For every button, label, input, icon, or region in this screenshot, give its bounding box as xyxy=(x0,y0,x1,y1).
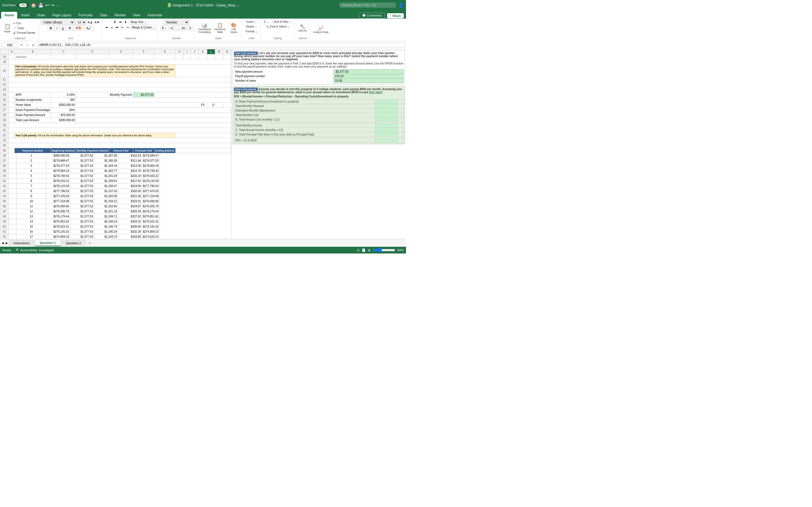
align-bottom-button[interactable]: ⬇ xyxy=(123,20,128,24)
cell-b20-merged[interactable]: Part 2 (15 points): Fill out the informa… xyxy=(15,64,175,77)
col-header-e[interactable]: E xyxy=(109,49,133,54)
cell-d51[interactable]: $1,577.53 xyxy=(70,229,94,234)
cell-f52[interactable]: $333.80 xyxy=(118,234,142,239)
delete-cells-button[interactable]: Delete ⌄ xyxy=(245,24,258,29)
roi-row-a-value[interactable] xyxy=(375,100,398,104)
profile-icon[interactable]: 👤 xyxy=(398,3,404,8)
cell-b43[interactable]: 8 xyxy=(17,189,46,194)
cell-c47[interactable]: $276,505.79 xyxy=(46,209,70,214)
cell-e49[interactable]: $1,248.23 xyxy=(94,219,118,224)
format-as-table-button[interactable]: 📋 Format as Table xyxy=(213,20,227,36)
cell-b47[interactable]: 12 xyxy=(17,209,46,214)
col-header-l[interactable]: L xyxy=(207,49,215,54)
cell-m18[interactable] xyxy=(215,54,223,59)
cell-c51[interactable]: $275,191.52 xyxy=(46,229,70,234)
cell-b50[interactable]: 15 xyxy=(17,224,46,229)
cell-e40[interactable]: $1,261.34 xyxy=(94,173,118,179)
cell-g45[interactable]: $276,830.66 xyxy=(142,199,160,204)
cell-e52[interactable]: $1,243.73 xyxy=(94,234,118,239)
page-break-view-icon[interactable]: ⊞ xyxy=(368,248,370,252)
cell-b35[interactable]: Payment Number xyxy=(15,148,51,153)
cell-b52[interactable]: 17 xyxy=(17,234,46,239)
cell-c25[interactable]: 360 xyxy=(51,98,76,103)
payoff-payment-value[interactable]: 276.32 xyxy=(334,74,403,78)
tab-view[interactable]: View xyxy=(130,12,144,18)
share-button[interactable]: ↑ Share xyxy=(387,13,404,18)
col-header-f[interactable]: F xyxy=(133,49,154,54)
name-box[interactable] xyxy=(1,43,18,47)
cell-e39[interactable]: $1,262.77 xyxy=(94,168,118,173)
cell-f36[interactable]: $310.53 xyxy=(118,153,142,158)
currency-button[interactable]: $ ⌄ xyxy=(160,25,168,31)
total-annual-cost-value[interactable] xyxy=(375,117,398,122)
underline-button[interactable]: U xyxy=(60,25,66,31)
cell-f40[interactable]: $316.19 xyxy=(118,173,142,179)
cell-g40[interactable]: $278,433.22 xyxy=(142,173,160,179)
col-header-a[interactable]: A xyxy=(9,49,15,54)
cell-d36[interactable]: $1,577.53 xyxy=(70,153,94,158)
sheet-tab-question1[interactable]: Question 1 xyxy=(35,240,61,246)
cell-d50[interactable]: $1,577.53 xyxy=(70,224,94,229)
cell-d39[interactable]: $1,577.53 xyxy=(70,168,94,173)
cell-d49[interactable]: $1,577.53 xyxy=(70,219,94,224)
align-center-button[interactable]: ≡ xyxy=(110,25,114,30)
cell-n26[interactable] xyxy=(215,103,223,108)
cell-g47[interactable]: $276,179.44 xyxy=(142,209,160,214)
cell-l18[interactable] xyxy=(207,54,215,59)
cell-m26[interactable]: 0 xyxy=(207,103,215,108)
cell-e47[interactable]: $1,251.19 xyxy=(94,209,118,214)
more-icon[interactable]: ··· xyxy=(56,3,59,7)
page-layout-view-icon[interactable]: 📄 xyxy=(362,248,366,252)
cell-e38[interactable]: $1,264.18 xyxy=(94,163,118,168)
tab-formulas[interactable]: Formulas xyxy=(75,12,96,18)
cell-c39[interactable]: $279,064.18 xyxy=(46,168,70,173)
cell-c49[interactable]: $275,851.62 xyxy=(46,219,70,224)
cell-c50[interactable]: $275,522.31 xyxy=(46,224,70,229)
merge-center-button[interactable]: Merge & Center ⌄ xyxy=(131,25,156,30)
comments-button[interactable]: 💬 Comments xyxy=(359,13,385,18)
align-middle-button[interactable]: ➡ xyxy=(118,20,123,24)
analyze-data-button[interactable]: 📈 Analyze Data xyxy=(312,22,329,38)
cell-d18[interactable] xyxy=(76,54,109,59)
cell-h18[interactable] xyxy=(175,54,183,59)
cell-a28[interactable] xyxy=(9,113,15,118)
align-left-button[interactable]: ⬅ xyxy=(104,25,109,30)
cell-a25[interactable] xyxy=(9,98,15,103)
sheet-tab-instructions[interactable]: Instructions xyxy=(9,240,35,246)
format-painter-button[interactable]: 🖌 Format Painter xyxy=(12,31,37,35)
cell-a29[interactable] xyxy=(9,118,15,123)
comma-button[interactable]: , xyxy=(175,25,179,31)
cell-g48[interactable]: $275,851.62 xyxy=(142,214,160,219)
cell-e48[interactable]: $1,249.71 xyxy=(94,214,118,219)
add-ins-button[interactable]: 🔧 Add-ins xyxy=(297,20,308,36)
cell-d40[interactable]: $1,577.53 xyxy=(70,173,94,179)
redo-icon[interactable]: ↪ xyxy=(51,3,54,8)
cell-f24[interactable]: $1,577.53 xyxy=(133,93,154,98)
sheet-tab-question2[interactable]: Question 2 xyxy=(61,240,86,246)
cell-c45[interactable]: $277,154.08 xyxy=(46,199,70,204)
cell-d28-rest[interactable] xyxy=(76,113,231,118)
cell-c46[interactable]: $276,830.66 xyxy=(46,204,70,209)
cell-c43[interactable]: $277,796.53 xyxy=(46,189,70,194)
cell-g38[interactable]: $279,064.18 xyxy=(142,163,160,168)
normal-view-icon[interactable]: ⊡ xyxy=(357,248,359,252)
cell-c37[interactable]: $279,689.47 xyxy=(46,158,70,163)
cell-c24[interactable]: 5.43% xyxy=(51,93,76,98)
cell-f43[interactable]: $320.50 xyxy=(118,189,142,194)
cell-f49[interactable]: $329.31 xyxy=(118,219,142,224)
roi-formula-value[interactable] xyxy=(375,138,398,143)
cell-22[interactable] xyxy=(9,82,231,87)
decimal-increase-button[interactable]: .00 xyxy=(179,25,186,31)
cell-i18[interactable] xyxy=(183,54,191,59)
cell-e51[interactable]: $1,245.24 xyxy=(94,229,118,234)
tab-review[interactable]: Review xyxy=(111,12,129,18)
nav-prev-sheet[interactable]: ◄ xyxy=(1,241,4,245)
cell-e50[interactable]: $1,246.74 xyxy=(94,224,118,229)
cell-f50[interactable]: $330.80 xyxy=(118,224,142,229)
col-header-i[interactable]: I xyxy=(183,49,191,54)
border-button[interactable]: ⊞ xyxy=(66,25,73,31)
cell-e37[interactable]: $1,265.59 xyxy=(94,158,118,163)
col-header-k[interactable]: K xyxy=(199,49,207,54)
cell-f51[interactable]: $332.29 xyxy=(118,229,142,234)
insert-cells-button[interactable]: Insert ⌄ xyxy=(245,20,258,24)
